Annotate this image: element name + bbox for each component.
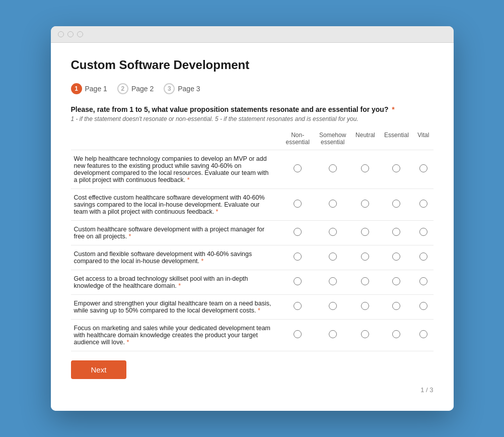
radio-row6-col5[interactable] xyxy=(419,302,427,310)
required-star: * xyxy=(390,105,394,113)
radio-row4-col4[interactable] xyxy=(392,253,400,261)
radio-row2-col4[interactable] xyxy=(392,200,400,208)
page-item-2[interactable]: 2 Page 2 xyxy=(117,83,154,94)
radio-cell-row6-col4[interactable] xyxy=(380,295,414,320)
browser-dot-2 xyxy=(67,31,74,37)
radio-row6-col4[interactable] xyxy=(392,302,400,310)
radio-row6-col1[interactable] xyxy=(294,302,302,310)
page-item-3[interactable]: 3 Page 3 xyxy=(164,83,200,94)
radio-row1-col3[interactable] xyxy=(361,164,369,172)
browser-window: Custom Software Development 1 Page 1 2 P… xyxy=(51,26,454,411)
radio-cell-row5-col2[interactable] xyxy=(314,270,351,295)
col-header-neutral: Neutral xyxy=(351,130,380,150)
required-mark: * xyxy=(201,258,203,265)
radio-row1-col4[interactable] xyxy=(392,164,400,172)
radio-cell-row7-col5[interactable] xyxy=(413,320,433,351)
browser-bar xyxy=(51,26,454,43)
radio-cell-row7-col3[interactable] xyxy=(351,320,380,351)
radio-cell-row7-col1[interactable] xyxy=(281,320,314,351)
radio-cell-row7-col2[interactable] xyxy=(314,320,351,351)
radio-row3-col2[interactable] xyxy=(329,228,337,236)
radio-cell-row4-col3[interactable] xyxy=(351,245,380,270)
radio-cell-row3-col3[interactable] xyxy=(351,221,380,245)
radio-cell-row4-col1[interactable] xyxy=(281,245,314,270)
radio-cell-row3-col1[interactable] xyxy=(281,221,314,245)
radio-cell-row6-col2[interactable] xyxy=(314,295,351,320)
radio-cell-row3-col4[interactable] xyxy=(380,221,414,245)
radio-row7-col2[interactable] xyxy=(329,330,337,338)
question-hint: 1 - if the statement doesn't resonate or… xyxy=(71,115,434,122)
col-header-vital: Vital xyxy=(413,130,433,150)
radio-row1-col1[interactable] xyxy=(294,164,302,172)
page-label-1: Page 1 xyxy=(85,85,107,93)
radio-cell-row5-col3[interactable] xyxy=(351,270,380,295)
radio-cell-row4-col5[interactable] xyxy=(413,245,433,270)
radio-cell-row4-col4[interactable] xyxy=(380,245,414,270)
radio-row4-col2[interactable] xyxy=(329,253,337,261)
radio-row5-col5[interactable] xyxy=(419,277,427,285)
radio-row2-col3[interactable] xyxy=(361,200,369,208)
radio-cell-row5-col5[interactable] xyxy=(413,270,433,295)
page-num-1: 1 xyxy=(71,83,82,94)
page-num-2: 2 xyxy=(117,83,128,94)
radio-cell-row1-col1[interactable] xyxy=(281,150,314,189)
page-indicator: 1 / 3 xyxy=(71,386,434,396)
table-row: Custom healthcare software development w… xyxy=(71,221,434,245)
radio-cell-row5-col4[interactable] xyxy=(380,270,414,295)
rating-table: Non-essential Somehowessential Neutral E… xyxy=(71,130,434,351)
radio-row1-col2[interactable] xyxy=(329,164,337,172)
radio-cell-row1-col5[interactable] xyxy=(413,150,433,189)
radio-row7-col5[interactable] xyxy=(419,330,427,338)
radio-row5-col4[interactable] xyxy=(392,277,400,285)
radio-cell-row1-col2[interactable] xyxy=(314,150,351,189)
radio-row6-col2[interactable] xyxy=(329,302,337,310)
statement-cell-5: Get access to a broad technology skillse… xyxy=(71,270,281,295)
table-row: Cost effective custom healthcare softwar… xyxy=(71,189,434,221)
radio-cell-row2-col4[interactable] xyxy=(380,189,414,221)
radio-cell-row1-col4[interactable] xyxy=(380,150,414,189)
radio-row7-col4[interactable] xyxy=(392,330,400,338)
statement-cell-3: Custom healthcare software development w… xyxy=(71,221,281,245)
radio-row4-col1[interactable] xyxy=(294,253,302,261)
radio-cell-row2-col2[interactable] xyxy=(314,189,351,221)
radio-row4-col5[interactable] xyxy=(419,253,427,261)
radio-cell-row6-col3[interactable] xyxy=(351,295,380,320)
radio-cell-row3-col5[interactable] xyxy=(413,221,433,245)
col-header-essential: Essential xyxy=(380,130,414,150)
radio-row3-col3[interactable] xyxy=(361,228,369,236)
radio-row7-col3[interactable] xyxy=(361,330,369,338)
radio-cell-row5-col1[interactable] xyxy=(281,270,314,295)
radio-cell-row1-col3[interactable] xyxy=(351,150,380,189)
radio-row6-col3[interactable] xyxy=(361,302,369,310)
radio-cell-row3-col2[interactable] xyxy=(314,221,351,245)
radio-cell-row4-col2[interactable] xyxy=(314,245,351,270)
statement-cell-2: Cost effective custom healthcare softwar… xyxy=(71,189,281,221)
radio-row3-col1[interactable] xyxy=(294,228,302,236)
pagination: 1 Page 1 2 Page 2 3 Page 3 xyxy=(71,83,434,94)
radio-cell-row2-col1[interactable] xyxy=(281,189,314,221)
radio-row2-col2[interactable] xyxy=(329,200,337,208)
browser-content: Custom Software Development 1 Page 1 2 P… xyxy=(51,43,454,411)
radio-row3-col4[interactable] xyxy=(392,228,400,236)
radio-row5-col2[interactable] xyxy=(329,277,337,285)
radio-cell-row2-col3[interactable] xyxy=(351,189,380,221)
col-header-somehow-essential: Somehowessential xyxy=(314,130,351,150)
page-item-1[interactable]: 1 Page 1 xyxy=(71,83,107,94)
radio-row1-col5[interactable] xyxy=(419,164,427,172)
radio-row5-col3[interactable] xyxy=(361,277,369,285)
radio-cell-row6-col5[interactable] xyxy=(413,295,433,320)
radio-cell-row6-col1[interactable] xyxy=(281,295,314,320)
radio-cell-row2-col5[interactable] xyxy=(413,189,433,221)
statement-cell-1: We help healthcare technology companies … xyxy=(71,150,281,189)
question-label: Please, rate from 1 to 5, what value pro… xyxy=(71,105,434,113)
browser-dot-3 xyxy=(77,31,83,37)
radio-row4-col3[interactable] xyxy=(361,253,369,261)
radio-row7-col1[interactable] xyxy=(294,330,302,338)
radio-row2-col1[interactable] xyxy=(294,200,302,208)
next-button[interactable]: Next xyxy=(71,360,127,379)
radio-cell-row7-col4[interactable] xyxy=(380,320,414,351)
radio-row2-col5[interactable] xyxy=(419,200,427,208)
radio-row5-col1[interactable] xyxy=(294,277,302,285)
radio-row3-col5[interactable] xyxy=(419,228,427,236)
required-mark: * xyxy=(216,208,219,215)
